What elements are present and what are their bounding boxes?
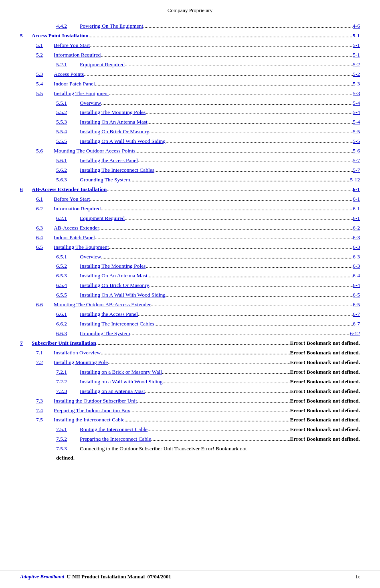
toc-entry-7.5.3[interactable]: 7.5.3Connecting to the Outdoor Subscribe… xyxy=(20,444,360,463)
toc-num-5.5.2[interactable]: 5.5.2 xyxy=(56,108,78,117)
toc-num-5.6.2[interactable]: 5.6.2 xyxy=(56,166,78,175)
toc-num-6.3[interactable]: 6.3 xyxy=(36,224,52,233)
toc-entry-4.4.2[interactable]: 4.4.2Powering On The Equipment4-6 xyxy=(20,22,360,31)
toc-entry-7.1[interactable]: 7.1Installation OverviewError! Bookmark … xyxy=(20,348,360,358)
toc-page-6.5.4[interactable]: 6-4 xyxy=(353,281,360,290)
toc-label-5.5.5[interactable]: Installing On A Wall With Wood Siding xyxy=(80,137,166,146)
toc-num-5[interactable]: 5 xyxy=(20,31,30,41)
toc-label-4.4.2[interactable]: Powering On The Equipment xyxy=(80,22,143,31)
toc-label-6.2.1[interactable]: Equipment Required xyxy=(80,214,125,223)
toc-num-7.3[interactable]: 7.3 xyxy=(36,397,52,406)
toc-entry-6.4[interactable]: 6.4Indoor Patch Panel6-3 xyxy=(20,233,360,243)
toc-entry-7.4[interactable]: 7.4Preparing The Indoor Junction BoxErro… xyxy=(20,406,360,416)
toc-label-7.5.3[interactable]: Connecting to the Outdoor Subscriber Uni… xyxy=(80,444,200,454)
toc-label-5.1[interactable]: Before You Start xyxy=(54,41,90,50)
toc-entry-7.3[interactable]: 7.3Installing the Outdoor Subscriber Uni… xyxy=(20,397,360,406)
toc-label-5.6.1[interactable]: Installing the Access Panel xyxy=(80,156,138,165)
toc-page-6.5.1[interactable]: 6-3 xyxy=(353,252,360,262)
toc-label-6.5.4[interactable]: Installing On Brick Or Masonry xyxy=(80,281,149,290)
toc-entry-5.5.3[interactable]: 5.5.3Installing On An Antenna Mast5-4 xyxy=(20,118,360,127)
toc-entry-6.6.1[interactable]: 6.6.1Installing the Access Panel6-7 xyxy=(20,310,360,319)
toc-num-5.6[interactable]: 5.6 xyxy=(36,146,52,156)
toc-entry-5.5[interactable]: 5.5Installing The Equipment5-3 xyxy=(20,89,360,99)
toc-num-5.6.1[interactable]: 5.6.1 xyxy=(56,156,78,165)
toc-entry-5.5.4[interactable]: 5.5.4Installing On Brick Or Masonry5-5 xyxy=(20,127,360,137)
toc-num-6.5.3[interactable]: 6.5.3 xyxy=(56,271,78,281)
toc-entry-6.5.2[interactable]: 6.5.2Installing The Mounting Poles6-3 xyxy=(20,262,360,271)
toc-num-6.5.2[interactable]: 6.5.2 xyxy=(56,262,78,271)
toc-page-6.2.1[interactable]: 6-1 xyxy=(353,214,360,223)
toc-page-5.5.1[interactable]: 5-4 xyxy=(353,99,360,108)
toc-entry-5.3[interactable]: 5.3Access Points5-2 xyxy=(20,70,360,79)
toc-entry-5.6.3[interactable]: 5.6.3Grounding The System5-12 xyxy=(20,175,360,185)
toc-entry-6.5.4[interactable]: 6.5.4Installing On Brick Or Masonry6-4 xyxy=(20,281,360,291)
toc-entry-5.4[interactable]: 5.4Indoor Patch Panel5-3 xyxy=(20,79,360,89)
toc-page-5.5.2[interactable]: 5-4 xyxy=(353,108,360,117)
toc-entry-5.6[interactable]: 5.6Mounting The Outdoor Access Points5-6 xyxy=(20,146,360,156)
toc-num-5.2.1[interactable]: 5.2.1 xyxy=(56,60,78,69)
toc-page-5.2.1[interactable]: 5-2 xyxy=(353,60,360,69)
toc-page-4.4.2[interactable]: 4-6 xyxy=(353,22,360,31)
toc-entry-7.2.1[interactable]: 7.2.1Installing on a Brick or Masonry Wa… xyxy=(20,368,360,377)
toc-page-5.5.4[interactable]: 5-5 xyxy=(353,127,360,136)
toc-label-7[interactable]: Subscriber Unit Installation xyxy=(32,339,96,348)
toc-label-6.5.2[interactable]: Installing The Mounting Poles xyxy=(80,262,146,271)
toc-num-6.5[interactable]: 6.5 xyxy=(36,243,52,252)
toc-label-5.2.1[interactable]: Equipment Required xyxy=(80,60,125,69)
toc-num-6.2.1[interactable]: 6.2.1 xyxy=(56,214,78,223)
toc-num-5.5[interactable]: 5.5 xyxy=(36,89,52,98)
toc-label-5.4[interactable]: Indoor Patch Panel xyxy=(54,79,95,89)
toc-num-5.5.1[interactable]: 5.5.1 xyxy=(56,99,78,108)
toc-page-6.6[interactable]: 6-5 xyxy=(353,300,360,309)
toc-label-7.3[interactable]: Installing the Outdoor Subscriber Unit xyxy=(54,397,137,406)
toc-entry-5.5.1[interactable]: 5.5.1Overview5-4 xyxy=(20,99,360,108)
toc-label-5.6.3[interactable]: Grounding The System xyxy=(80,175,130,185)
toc-label-5[interactable]: Access Point Installation xyxy=(32,31,89,41)
toc-label-6.5.1[interactable]: Overview xyxy=(80,252,101,262)
toc-entry-5.2[interactable]: 5.2Information Required5-1 xyxy=(20,51,360,60)
toc-page-5.3[interactable]: 5-2 xyxy=(353,70,360,79)
toc-num-6[interactable]: 6 xyxy=(20,185,30,194)
toc-label-7.2[interactable]: Installing Mounting Pole xyxy=(54,358,108,367)
toc-num-6.5.4[interactable]: 6.5.4 xyxy=(56,281,78,290)
toc-entry-7.2.3[interactable]: 7.2.3Installing on an Antenna MastError!… xyxy=(20,387,360,397)
toc-page-6.6.2[interactable]: 6-7 xyxy=(353,319,360,329)
toc-num-5.4[interactable]: 5.4 xyxy=(36,79,52,89)
toc-label-7.5[interactable]: Installing the Interconnect Cable xyxy=(54,415,125,425)
toc-page-6.5.5[interactable]: 6-5 xyxy=(353,291,360,300)
toc-label-5.5[interactable]: Installing The Equipment xyxy=(54,89,109,98)
toc-num-7.2.1[interactable]: 7.2.1 xyxy=(56,368,78,377)
toc-num-7.5.2[interactable]: 7.5.2 xyxy=(56,435,78,444)
toc-label-6.4[interactable]: Indoor Patch Panel xyxy=(54,233,95,242)
toc-label-5.3[interactable]: Access Points xyxy=(54,70,84,79)
toc-entry-7.5.1[interactable]: 7.5.1Routing the Interconnect CableError… xyxy=(20,425,360,435)
toc-num-6.4[interactable]: 6.4 xyxy=(36,233,52,242)
toc-num-6.5.1[interactable]: 6.5.1 xyxy=(56,252,78,262)
toc-label-7.1[interactable]: Installation Overview xyxy=(54,348,101,358)
toc-label-7.4[interactable]: Preparing The Indoor Junction Box xyxy=(54,406,130,415)
toc-num-4.4.2[interactable]: 4.4.2 xyxy=(56,22,78,31)
toc-page-5.2[interactable]: 5-1 xyxy=(353,51,360,60)
toc-entry-6.6.2[interactable]: 6.6.2Installing The Interconnect Cables6… xyxy=(20,319,360,329)
toc-label-6.6.1[interactable]: Installing the Access Panel xyxy=(80,310,138,319)
toc-label-6.6[interactable]: Mounting The Outdoor AB-Access Extender xyxy=(54,300,151,309)
toc-num-7.4[interactable]: 7.4 xyxy=(36,406,52,415)
toc-num-5.3[interactable]: 5.3 xyxy=(36,70,52,79)
toc-num-7.1[interactable]: 7.1 xyxy=(36,348,52,358)
toc-entry-6.5[interactable]: 6.5Installing The Equipment6-3 xyxy=(20,243,360,252)
toc-entry-7.5.2[interactable]: 7.5.2Preparing the Interconnect CableErr… xyxy=(20,435,360,444)
toc-num-7.2.2[interactable]: 7.2.2 xyxy=(56,377,78,387)
toc-num-7.5.3[interactable]: 7.5.3 xyxy=(56,444,78,454)
toc-label-5.5.1[interactable]: Overview xyxy=(80,99,101,108)
toc-entry-6[interactable]: 6AB-Access Extender Installation6-1 xyxy=(20,185,360,195)
toc-entry-6.6.3[interactable]: 6.6.3Grounding The System6-12 xyxy=(20,329,360,339)
toc-entry-6.6[interactable]: 6.6Mounting The Outdoor AB-Access Extend… xyxy=(20,300,360,310)
toc-label-6.6.2[interactable]: Installing The Interconnect Cables xyxy=(80,319,154,329)
toc-entry-5.6.1[interactable]: 5.6.1Installing the Access Panel5-7 xyxy=(20,156,360,166)
toc-entry-7.2[interactable]: 7.2Installing Mounting PoleError! Bookma… xyxy=(20,358,360,368)
toc-entry-7[interactable]: 7Subscriber Unit InstallationError! Book… xyxy=(20,339,360,348)
toc-page-6.3[interactable]: 6-2 xyxy=(353,224,360,233)
toc-num-6.1[interactable]: 6.1 xyxy=(36,195,52,204)
toc-page-5.6.2[interactable]: 5-7 xyxy=(353,166,360,175)
toc-label-7.2.3[interactable]: Installing on an Antenna Mast xyxy=(80,387,145,396)
